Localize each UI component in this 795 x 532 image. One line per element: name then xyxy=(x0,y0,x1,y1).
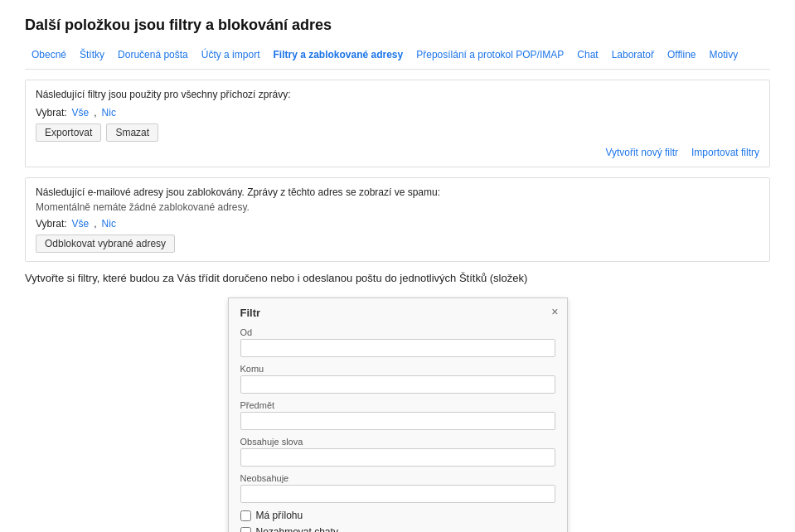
filters-description: Následující filtry jsou použity pro všec… xyxy=(36,89,759,100)
filters-select-row: Vybrat: Vše , Nic xyxy=(36,107,759,118)
nav-filters[interactable]: Filtry a zablokované adresy xyxy=(266,47,410,62)
nav-general[interactable]: Obecné xyxy=(25,47,73,62)
filter-no-chats-label: Nezahmovat chaty xyxy=(256,526,338,532)
blocked-select-none[interactable]: Nic xyxy=(102,218,116,230)
unblock-btn[interactable]: Odblokovat vybrané adresy xyxy=(36,235,175,253)
filter-contains-field: Obsahuje slova xyxy=(240,437,555,467)
filter-not-contains-label: Neobsahuje xyxy=(240,473,555,483)
filter-dialog-title: Filtr xyxy=(240,307,555,319)
filter-contains-input[interactable] xyxy=(240,448,555,467)
filters-export-btn[interactable]: Exportovat xyxy=(36,123,101,142)
no-blocked-text: Momentálně nemáte žádné zablokované adre… xyxy=(36,201,759,213)
page-title: Další položkou jsou filtry a blokování a… xyxy=(25,17,770,34)
filter-attachment-checkbox[interactable] xyxy=(240,510,251,521)
nav-forwarding[interactable]: Přeposílání a protokol POP/IMAP xyxy=(410,47,570,62)
filter-not-contains-input[interactable] xyxy=(240,485,555,503)
blocked-select-row: Vybrat: Vše , Nic xyxy=(36,218,759,230)
nav-labs[interactable]: Laboratoř xyxy=(605,47,661,62)
nav-accounts[interactable]: Účty a import xyxy=(195,47,267,62)
filter-subject-field: Předmět xyxy=(240,400,555,430)
filter-subject-input[interactable] xyxy=(240,412,555,430)
nav-chat[interactable]: Chat xyxy=(570,47,604,62)
filter-no-chats-checkbox[interactable] xyxy=(240,527,251,533)
create-filter-link[interactable]: Vytvořit nový filtr xyxy=(605,147,678,158)
nav-labels[interactable]: Štítky xyxy=(73,47,111,62)
import-filter-link[interactable]: Importovat filtry xyxy=(691,147,759,158)
filters-action-links: Vytvořit nový filtr Importovat filtry xyxy=(36,147,759,158)
filter-to-field: Komu xyxy=(240,364,555,394)
filter-not-contains-field: Neobsahuje xyxy=(240,473,555,503)
nav-bar: Obecné Štítky Doručená pošta Účty a impo… xyxy=(25,47,770,70)
filter-from-field: Od xyxy=(240,327,555,357)
filters-section: Následující filtry jsou použity pro všec… xyxy=(25,80,770,167)
filter-close-btn[interactable]: × xyxy=(551,305,558,318)
filter-from-label: Od xyxy=(240,327,555,337)
blocked-section: Následující e-mailové adresy jsou zablok… xyxy=(25,177,770,262)
intro-text: Vytvořte si filtry, které budou za Vás t… xyxy=(25,272,770,284)
filters-delete-btn[interactable]: Smazat xyxy=(106,123,158,142)
filter-dialog: Filtr × Od Komu Předmět Obsahuje slova N… xyxy=(228,297,568,532)
filter-attachment-row: Má přílohu xyxy=(240,510,555,521)
blocked-select-label: Vybrat: xyxy=(36,218,67,230)
nav-inbox[interactable]: Doručená pošta xyxy=(111,47,195,62)
blocked-select-all[interactable]: Vše xyxy=(72,218,90,230)
filters-select-label: Vybrat: xyxy=(36,107,67,118)
filter-to-label: Komu xyxy=(240,364,555,374)
nav-themes[interactable]: Motivy xyxy=(703,47,745,62)
filters-select-none[interactable]: Nic xyxy=(102,107,116,118)
filter-subject-label: Předmět xyxy=(240,400,555,410)
filters-select-all[interactable]: Vše xyxy=(72,107,90,118)
nav-offline[interactable]: Offline xyxy=(661,47,702,62)
filter-to-input[interactable] xyxy=(240,375,555,394)
filter-contains-label: Obsahuje slova xyxy=(240,437,555,447)
filter-attachment-label: Má přílohu xyxy=(256,510,303,521)
filter-no-chats-row: Nezahmovat chaty xyxy=(240,526,555,532)
filter-from-input[interactable] xyxy=(240,339,555,357)
blocked-description: Následující e-mailové adresy jsou zablok… xyxy=(36,186,759,198)
